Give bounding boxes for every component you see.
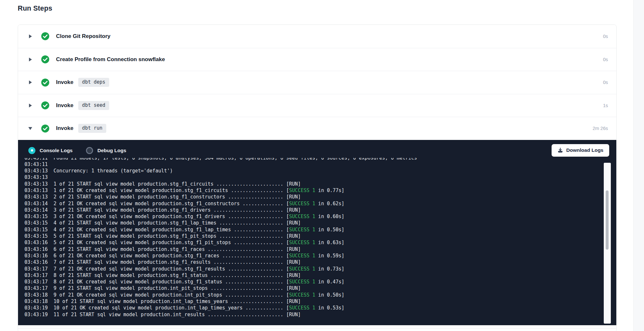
log-line: 03:43:16 6 of 21 OK created sql view mod…: [24, 253, 616, 259]
log-line: 03:43:16 5 of 21 OK created sql view mod…: [24, 239, 616, 246]
log-line: 03:43:15 3 of 21 OK created sql view mod…: [24, 213, 616, 220]
console-log-output[interactable]: 03:43:11 Found 21 models, 17 tests, 0 sn…: [18, 158, 616, 325]
step-row[interactable]: Create Profile from Connection snowflake…: [18, 48, 616, 71]
log-line: 03:43:18 9 of 21 OK created sql view mod…: [24, 292, 616, 298]
step-row[interactable]: Clone Git Repository 0s: [18, 25, 616, 48]
step-command-badge: dbt run: [78, 124, 106, 133]
next-row-divider: [18, 328, 616, 331]
success-check-icon: [41, 101, 50, 110]
download-icon: [557, 147, 563, 153]
log-line: 03:43:17 8 of 21 START sql view model pr…: [24, 272, 616, 279]
step-duration: 2m 26s: [592, 126, 608, 131]
log-line: 03:43:19 10 of 21 OK created sql view mo…: [24, 305, 616, 311]
step-row[interactable]: Invoke dbt seed 1s: [18, 94, 616, 117]
log-line: 03:43:15 4 of 21 OK created sql view mod…: [24, 226, 616, 233]
step-command-badge: dbt seed: [78, 101, 109, 110]
success-check-icon: [41, 55, 50, 64]
log-panel-controls: Console Logs Debug Logs Download Logs: [18, 140, 616, 158]
log-line: 03:43:14 2 of 21 OK created sql view mod…: [24, 200, 616, 207]
chevron-right-icon: [28, 57, 33, 62]
log-line: 03:43:11 Found 21 models, 17 tests, 0 sn…: [24, 158, 616, 161]
debug-logs-label: Debug Logs: [97, 148, 126, 153]
step-label: Invoke: [56, 102, 73, 109]
chevron-right-icon: [28, 103, 33, 108]
step-duration: 0s: [603, 57, 608, 62]
run-steps-page: Run Steps Clone Git Repository 0s Create…: [0, 0, 644, 331]
steps-list: Clone Git Repository 0s Create Profile f…: [18, 25, 616, 140]
step-row[interactable]: Invoke dbt deps 0s: [18, 71, 616, 94]
console-scrollbar-thumb[interactable]: [606, 190, 609, 250]
log-line: 03:43:13 1 of 21 START sql view model pr…: [24, 181, 616, 187]
run-steps-card: Clone Git Repository 0s Create Profile f…: [18, 24, 617, 331]
chevron-right-icon: [28, 80, 33, 85]
radio-debug-logs[interactable]: Debug Logs: [86, 147, 126, 154]
step-command-badge: dbt deps: [78, 78, 109, 87]
step-label: Invoke: [56, 79, 73, 86]
log-line: 03:43:19 11 of 21 START sql view model p…: [24, 311, 616, 318]
chevron-right-icon: [28, 34, 33, 39]
card-bottom-gap: [18, 325, 616, 328]
log-line: 03:43:15 4 of 21 START sql view model pr…: [24, 220, 616, 226]
log-line: 03:43:11: [24, 161, 616, 168]
step-duration: 0s: [603, 34, 608, 39]
log-line: 03:43:18 10 of 21 START sql view model p…: [24, 298, 616, 305]
step-duration: 0s: [603, 80, 608, 85]
page-right-gutter: [633, 0, 644, 331]
log-line: 03:43:16 6 of 21 START sql view model pr…: [24, 246, 616, 253]
log-line: 03:43:17 9 of 21 START sql view model pr…: [24, 285, 616, 291]
download-logs-button[interactable]: Download Logs: [552, 144, 609, 157]
radio-unselected-icon: [86, 147, 93, 154]
download-logs-label: Download Logs: [566, 147, 603, 153]
log-line: 03:43:13 2 of 21 START sql view model pr…: [24, 194, 616, 200]
step-duration: 1s: [603, 103, 608, 108]
log-line: 03:43:17 8 of 21 OK created sql view mod…: [24, 279, 616, 285]
step-row[interactable]: Invoke dbt run 2m 26s: [18, 117, 616, 140]
chevron-down-icon: [28, 126, 33, 131]
log-line: 03:43:14 3 of 21 START sql view model pr…: [24, 207, 616, 213]
log-line: 03:43:16 7 of 21 START sql view model pr…: [24, 259, 616, 265]
success-check-icon: [41, 32, 50, 41]
radio-selected-icon: [28, 147, 35, 154]
step-label: Create Profile from Connection snowflake: [56, 56, 165, 63]
console-scrollbar-track[interactable]: [604, 163, 611, 324]
success-check-icon: [41, 78, 50, 87]
log-line: 03:43:15 5 of 21 START sql view model pr…: [24, 233, 616, 239]
console-logs-label: Console Logs: [40, 148, 72, 153]
log-line: 03:43:13: [24, 174, 616, 180]
step-label: Clone Git Repository: [56, 33, 110, 40]
success-check-icon: [41, 124, 50, 133]
page-title: Run Steps: [18, 5, 644, 13]
log-line: 03:43:13 1 of 21 OK created sql view mod…: [24, 187, 616, 194]
log-panel: Console Logs Debug Logs Download Logs 03…: [18, 140, 616, 325]
log-line: 03:43:17 7 of 21 OK created sql view mod…: [24, 266, 616, 272]
log-line: 03:43:13 Concurrency: 1 threads (target=…: [24, 168, 616, 174]
radio-console-logs[interactable]: Console Logs: [28, 147, 72, 154]
step-label: Invoke: [56, 125, 73, 132]
